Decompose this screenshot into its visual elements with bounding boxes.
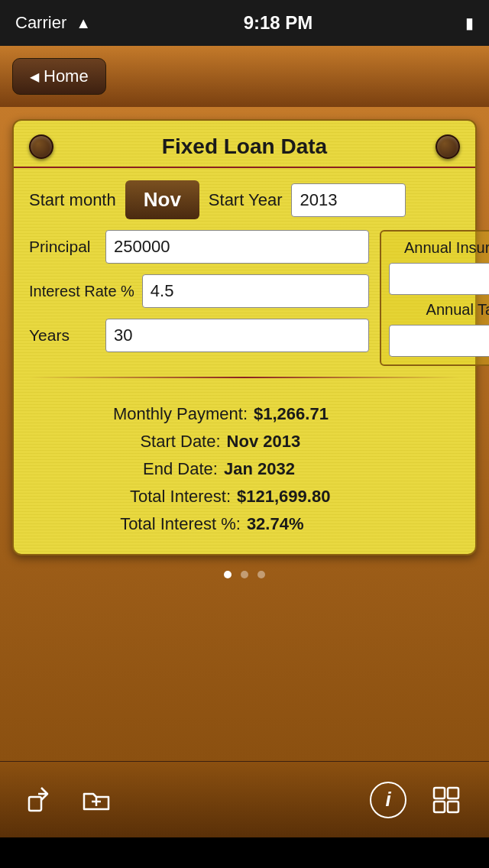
status-bar: Carrier ▲ 9:18 PM ▮ [0,0,489,46]
total-interest-value: $121,699.80 [237,487,359,507]
left-col: Principal Interest Rate % Years [29,230,369,366]
end-date-row: End Date: Jan 2032 [29,459,460,479]
nav-bar: Home [0,46,489,107]
total-interest-pct-label: Total Interest %: [120,514,241,534]
years-label: Years [29,326,98,345]
start-year-label: Start Year [209,190,283,210]
card-body: Start month Nov Start Year Principal Int… [14,168,475,401]
folder-button[interactable] [79,783,113,817]
total-interest-label: Total Interest: [130,487,231,507]
total-interest-pct-value: 32.74% [247,514,369,534]
card-knob-right [436,134,460,159]
svg-rect-15 [448,802,458,812]
start-year-input[interactable] [291,183,406,217]
svg-rect-12 [434,788,445,798]
end-date-label: End Date: [143,459,218,479]
page-dot-1[interactable] [224,571,232,578]
loan-card: Fixed Loan Data Start month Nov Start Ye… [12,119,477,555]
page-dot-2[interactable] [241,571,248,578]
svg-rect-8 [29,797,41,811]
bottom-toolbar: i [0,761,489,837]
two-col-section: Principal Interest Rate % Years Annual I [29,230,460,366]
divider [29,377,460,378]
principal-label: Principal [29,238,98,256]
years-input[interactable] [105,319,369,352]
status-time: 9:18 PM [244,12,313,34]
card-header: Fixed Loan Data [14,121,475,168]
principal-input[interactable] [105,230,369,264]
interest-row: Interest Rate % [29,274,369,308]
grid-button[interactable] [428,782,465,818]
annual-tax-row [389,325,489,357]
annual-insurance-label: Annual Insurance [389,239,489,257]
end-date-value: Jan 2032 [224,459,346,479]
monthly-payment-label: Monthly Payment: [113,404,248,424]
toolbar-left [24,783,113,817]
card-knob-left [29,134,53,159]
battery-icon: ▮ [465,14,474,32]
interest-input[interactable] [142,274,369,308]
page-dot-3[interactable] [257,571,265,578]
total-interest-row: Total Interest: $121,699.80 [29,487,460,507]
svg-rect-13 [448,788,458,798]
card-title: Fixed Loan Data [162,134,327,159]
main-content: Fixed Loan Data Start month Nov Start Ye… [0,107,489,761]
start-month-button[interactable]: Nov [125,180,199,219]
right-col: Annual Insurance Annual Tax [380,230,489,366]
status-left: Carrier ▲ [15,13,91,33]
home-button[interactable]: Home [12,58,106,95]
results-section: Monthly Payment: $1,266.71 Start Date: N… [14,401,475,554]
total-interest-pct-row: Total Interest %: 32.74% [29,514,460,534]
monthly-payment-row: Monthly Payment: $1,266.71 [29,404,460,424]
page-indicators [224,571,265,578]
years-row: Years [29,319,369,352]
interest-label: Interest Rate % [29,283,134,300]
start-date-row: Start Date: Nov 2013 [29,432,460,452]
carrier-label: Carrier [15,13,66,33]
annual-tax-label: Annual Tax [389,301,489,319]
toolbar-right: i [370,782,465,818]
principal-row: Principal [29,230,369,264]
start-date-value: Nov 2013 [227,432,349,452]
start-month-label: Start month [29,190,116,210]
info-button[interactable]: i [370,782,406,818]
svg-rect-14 [434,802,445,812]
share-button[interactable] [24,783,58,817]
annual-insurance-input[interactable] [389,263,489,295]
monthly-payment-value: $1,266.71 [254,404,376,424]
start-date-label: Start Date: [140,432,220,452]
annual-tax-input[interactable] [389,325,489,357]
wifi-icon: ▲ [76,15,91,32]
start-row: Start month Nov Start Year [29,180,460,219]
